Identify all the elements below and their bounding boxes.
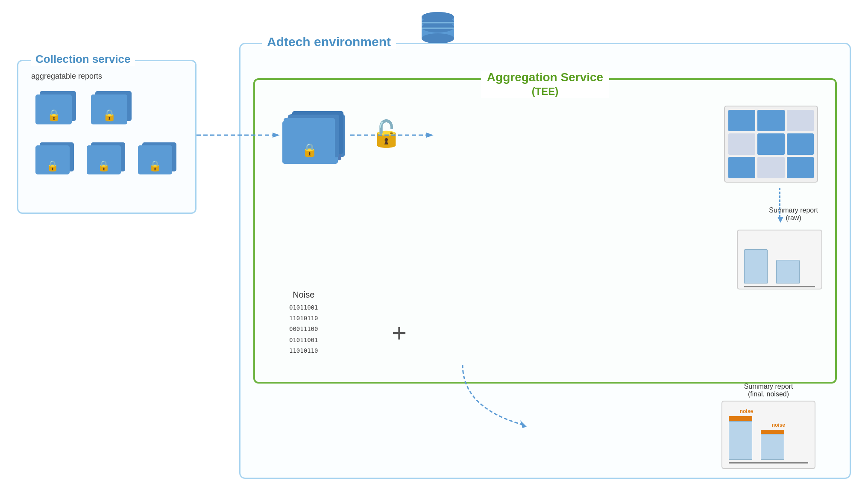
summary-report-raw-chart [737, 230, 822, 289]
svg-marker-12 [426, 133, 434, 138]
svg-marker-10 [273, 133, 280, 138]
svg-point-5 [422, 22, 454, 32]
decoded-report [724, 106, 818, 183]
aggregation-service-label: Aggregation Service (TEE) [481, 71, 609, 98]
collection-service-label: Collection service [31, 53, 135, 66]
collection-service-box: Collection service aggregatable reports … [17, 60, 196, 214]
curved-arrow-to-final [437, 356, 544, 443]
arrow-middle-to-aggregation [350, 131, 436, 133]
summary-report-final-section: Summary report (final, noised) noise [721, 383, 815, 469]
noise-bar-1: noise [729, 416, 752, 421]
noise-label: Noise [289, 290, 318, 300]
summary-report-final-label: Summary report (final, noised) [721, 383, 815, 398]
noise-label-2: noise [772, 422, 785, 428]
adtech-environment: Adtech environment Aggregation Service (… [239, 43, 851, 479]
adtech-label: Adtech environment [262, 35, 396, 49]
noise-section: Noise 01011001 11010110 00011100 0101100… [289, 290, 318, 356]
noise-bar-2: noise [761, 430, 784, 434]
plus-operator: + [392, 318, 407, 348]
noise-binary: 01011001 11010110 00011100 01011001 1101… [289, 302, 318, 356]
arrow-collection-to-middle [196, 131, 282, 133]
summary-report-raw-label: Summary report (raw) [769, 207, 818, 222]
reports-sublabel: aggregatable reports [31, 72, 102, 81]
svg-point-2 [422, 33, 454, 44]
bar-raw-2 [776, 260, 800, 283]
bar-raw-1 [744, 249, 768, 283]
summary-report-final-chart: noise noise [721, 401, 815, 469]
database-icon [419, 8, 457, 48]
noise-label-1: noise [740, 408, 753, 414]
middle-stacked-docs: 🔒 [282, 111, 350, 167]
